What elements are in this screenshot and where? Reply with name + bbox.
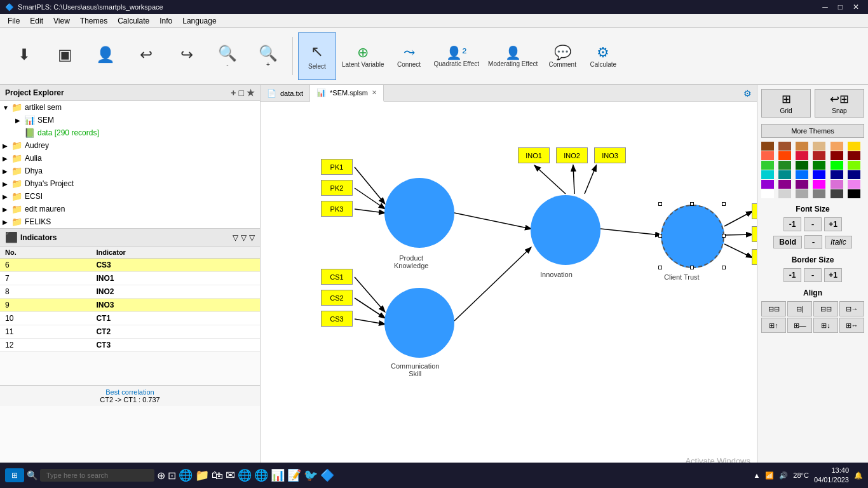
color-swatch-17[interactable] [848,161,860,170]
color-swatch-35[interactable] [848,189,860,198]
tree-item-dhya-project[interactable]: ▶ 📁 Dhya's Project [0,177,260,190]
menu-view[interactable]: View [48,15,75,27]
ct2-node[interactable]: CT2 [752,226,757,242]
ino3-node[interactable]: INO3 [594,147,626,163]
italic-button[interactable]: Italic [825,236,852,248]
align-btn-3[interactable]: ⊟⊟ [813,301,838,316]
color-swatch-18[interactable] [761,170,774,179]
indicator-row-8[interactable]: 8INO2 [0,285,260,299]
align-btn-4[interactable]: ⊟→ [839,301,864,316]
menu-info[interactable]: Info [154,15,177,27]
color-swatch-25[interactable] [778,180,791,189]
quadratic-effect-button[interactable]: 👤² Quadratic Effect [431,32,483,80]
color-swatch-10[interactable] [831,151,843,160]
expand-arrow[interactable]: ▶ [3,219,11,226]
start-button[interactable]: ⊞ [5,468,24,482]
ct3-node[interactable]: CT3 [752,249,757,265]
color-swatch-9[interactable] [813,151,825,160]
indicator-row-6[interactable]: 6CS3 [0,259,260,272]
product-knowledge-node[interactable] [384,178,454,248]
more-themes-button[interactable]: More Themes [761,124,864,138]
bold-dash[interactable]: - [804,235,822,249]
menu-file[interactable]: File [3,15,25,27]
tree-item-sem[interactable]: ▶ 📊 SEM [0,114,260,126]
cs3-node[interactable]: CS3 [321,311,353,327]
moderating-effect-button[interactable]: 👤 Moderating Effect [485,32,541,80]
color-swatch-4[interactable] [831,142,843,151]
cs2-node[interactable]: CS2 [321,290,353,306]
color-swatch-1[interactable] [778,142,791,151]
undo-button[interactable]: ↩ [127,32,165,80]
color-swatch-24[interactable] [761,180,774,189]
color-swatch-23[interactable] [848,170,860,179]
color-swatch-14[interactable] [796,161,808,170]
taskbar-icon-explorer[interactable]: 📁 [195,468,209,482]
taskbar-up-icon[interactable]: ▲ [753,471,760,479]
close-button[interactable]: ✕ [849,3,863,11]
grid-button[interactable]: ⊞ Grid [761,89,811,118]
expand-arrow[interactable]: ▶ [3,206,11,213]
align-btn-5[interactable]: ⊞↑ [761,318,786,333]
taskbar-icon-word[interactable]: 📝 [287,468,301,482]
color-swatch-15[interactable] [813,161,825,170]
taskbar-clock[interactable]: 13:40 04/01/2023 [814,466,849,485]
align-btn-8[interactable]: ⊞↔ [839,318,864,333]
font-dash-button[interactable]: - [804,217,822,231]
pk2-node[interactable]: PK2 [321,180,353,196]
menu-language[interactable]: Language [177,15,221,27]
tree-item-dhya[interactable]: ▶ 📁 Dhya [0,165,260,177]
bold-button[interactable]: Bold [773,236,802,248]
color-swatch-0[interactable] [761,142,774,151]
user-button[interactable]: 👤 [86,32,125,80]
color-swatch-5[interactable] [848,142,860,151]
border-dash-button[interactable]: - [804,268,822,282]
color-swatch-31[interactable] [778,189,791,198]
menu-themes[interactable]: Themes [75,15,112,27]
taskbar-icon-task-view[interactable]: ⊡ [168,470,176,482]
download-button[interactable]: ⬇ [5,32,43,80]
latent-variable-button[interactable]: ⊕ Latent Variable [339,32,388,80]
color-swatch-16[interactable] [831,161,843,170]
filter-icon-1[interactable]: ▽ [233,233,238,242]
tab-settings-icon[interactable]: ⚙ [738,88,757,98]
align-btn-6[interactable]: ⊞— [787,318,812,333]
taskbar-icon-store[interactable]: 🛍 [212,469,223,482]
filter-icon-3[interactable]: ▽ [249,233,255,242]
color-swatch-28[interactable] [831,180,843,189]
expand-arrow[interactable]: ▶ [3,168,11,175]
connect-button[interactable]: ⤳ Connect [390,32,428,80]
indicator-row-7[interactable]: 7INO1 [0,272,260,285]
color-swatch-27[interactable] [813,180,825,189]
color-swatch-29[interactable] [848,180,860,189]
expand-arrow[interactable]: ▼ [3,104,11,111]
indicator-row-10[interactable]: 10CT1 [0,312,260,325]
tree-item-artikel-sem[interactable]: ▼ 📁 artikel sem [0,101,260,114]
pk3-node[interactable]: PK3 [321,201,353,217]
zoom-out-button[interactable]: 🔍- [208,32,247,80]
taskbar-icon-smartpls[interactable]: 🔷 [320,468,334,482]
indicator-row-9[interactable]: 9INO3 [0,299,260,312]
add-icon[interactable]: + [231,88,236,98]
menu-calculate[interactable]: Calculate [112,15,154,27]
expand-arrow[interactable]: ▶ [3,155,11,162]
taskbar-icon-chrome2[interactable]: 🌐 [254,468,268,482]
indicator-row-11[interactable]: 11CT2 [0,325,260,339]
collapse-icon[interactable]: □ [239,88,244,98]
tree-item-data[interactable]: ▶ 📗 data [290 records] [0,126,260,139]
color-swatch-34[interactable] [831,189,843,198]
align-btn-7[interactable]: ⊞↓ [813,318,838,333]
color-swatch-6[interactable] [761,151,774,160]
filter-icon-2[interactable]: ▽ [241,233,247,242]
calculate-button[interactable]: ⚙ Calculate [584,32,622,80]
expand-arrow[interactable]: ▶ [3,193,11,200]
zoom-in-button[interactable]: 🔍+ [249,32,287,80]
innovation-node[interactable] [531,195,600,265]
taskbar-notification-icon[interactable]: 🔔 [854,471,863,480]
snap-button[interactable]: ↩⊞ Snap [815,89,864,118]
taskbar-network-icon[interactable]: 📶 [765,471,774,480]
select-button[interactable]: ↖ Select [298,32,336,80]
color-swatch-12[interactable] [761,161,774,170]
taskbar-sound-icon[interactable]: 🔊 [779,471,788,480]
maximize-button[interactable]: □ [834,3,846,11]
color-swatch-33[interactable] [813,189,825,198]
